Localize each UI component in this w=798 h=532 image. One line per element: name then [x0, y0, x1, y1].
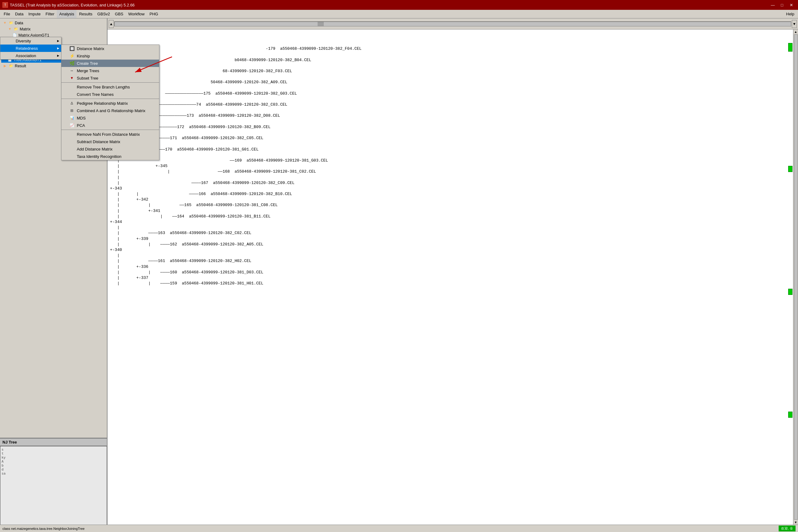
menu-phg[interactable]: PHG	[147, 10, 160, 18]
pca-icon: 📈	[69, 123, 75, 128]
app-icon: T	[2, 2, 8, 8]
pedigree-icon: ∆	[69, 101, 75, 106]
separator-1	[61, 82, 159, 83]
analysis-menu: Diversity Relatedness 🔲 Distance Matrix …	[0, 37, 61, 60]
submenu-create-tree[interactable]: 🌿 Create Tree	[61, 60, 159, 67]
separator-2	[61, 99, 159, 99]
kinship-icon: ⚡	[69, 54, 75, 58]
window-title: TASSEL (Trait Analysis by aSSociation, E…	[10, 3, 135, 7]
tree-label-matrix: Matrix	[20, 27, 31, 31]
no-icon-6	[69, 154, 75, 159]
tree-label-data: Data	[15, 21, 23, 25]
status-text: class net.maizegenetics.taxa.tree.Neighb…	[2, 527, 84, 530]
submenu-combined-ag[interactable]: ⊞ Combined A and G Relationship Matrix	[61, 107, 159, 114]
status-right-text: 欢迎, 全	[779, 526, 796, 531]
submenu-kinship[interactable]: ⚡ Kinship	[61, 52, 159, 60]
diversity-icon	[8, 38, 14, 43]
relatedness-submenu: 🔲 Distance Matrix ⚡ Kinship 🌿 Create Tre…	[61, 44, 159, 160]
status-bar: class net.maizegenetics.taxa.tree.Neighb…	[0, 525, 798, 532]
submenu-remove-branch-lengths[interactable]: Remove Tree Branch Lengths	[61, 83, 159, 91]
tree-label-result: Result	[15, 63, 26, 68]
tree-item-matrix[interactable]: ▼ 📁 Matrix	[1, 26, 106, 32]
create-tree-icon: 🌿	[69, 61, 75, 66]
submenu-convert-tree-names[interactable]: Convert Tree Names	[61, 91, 159, 98]
menu-analysis[interactable]: Analysis	[57, 10, 76, 18]
folder-icon-result: 📁	[8, 63, 14, 68]
menu-workflow[interactable]: Workflow	[126, 10, 147, 18]
subset-tree-icon: ▼	[69, 76, 75, 80]
maximize-button[interactable]: □	[778, 2, 786, 8]
toolbar-area: ▲ ▼	[108, 18, 798, 30]
title-bar: T TASSEL (Trait Analysis by aSSociation,…	[0, 0, 798, 10]
menu-gbsv2[interactable]: GBSv2	[95, 10, 112, 18]
no-icon-2	[69, 92, 75, 97]
menu-gbs[interactable]: GBS	[112, 10, 126, 18]
close-button[interactable]: ✕	[787, 2, 796, 8]
menu-file[interactable]: File	[1, 10, 13, 18]
relatedness-icon	[8, 46, 14, 51]
menu-item-diversity[interactable]: Diversity	[0, 37, 61, 44]
menu-results[interactable]: Results	[76, 10, 95, 18]
green-indicator-1	[788, 43, 793, 52]
no-icon-5	[69, 147, 75, 151]
green-indicator-4	[788, 412, 793, 418]
menu-data[interactable]: Data	[13, 10, 26, 18]
no-icon-3	[69, 132, 75, 137]
menu-item-relatedness[interactable]: Relatedness 🔲 Distance Matrix ⚡ Kinship …	[0, 44, 61, 52]
submenu-subtract-distance[interactable]: Subtract Distance Matrix	[61, 138, 159, 145]
tree-content-area[interactable]: -179 a550468-4399099-120120-382_F04.CEL …	[108, 30, 798, 532]
tree-visualization: -179 a550468-4399099-120120-382_F04.CEL …	[110, 41, 796, 292]
submenu-subset-tree[interactable]: ▼ Subset Tree	[61, 74, 159, 82]
expand-icon-result: ▶	[2, 63, 7, 68]
vertical-scrollbar[interactable]: ▲ ▼	[793, 30, 798, 525]
nj-tree-label: NJ Tree	[0, 438, 107, 446]
menu-impute[interactable]: Impute	[26, 10, 43, 18]
submenu-distance-matrix[interactable]: 🔲 Distance Matrix	[61, 45, 159, 52]
submenu-pca[interactable]: 📈 PCA	[61, 122, 159, 129]
no-icon-1	[69, 84, 75, 89]
submenu-mds[interactable]: 📊 MDS	[61, 114, 159, 122]
green-indicator-2	[788, 166, 793, 172]
analysis-dropdown: Diversity Relatedness 🔲 Distance Matrix …	[0, 37, 61, 60]
expand-icon-matrix: ▼	[7, 26, 12, 31]
menu-filter[interactable]: Filter	[43, 10, 57, 18]
menu-item-association[interactable]: Association	[0, 52, 61, 59]
submenu-add-distance[interactable]: Add Distance Matrix	[61, 145, 159, 153]
submenu-remove-nan[interactable]: Remove NaN From Distance Matrix	[61, 131, 159, 138]
distance-matrix-icon: 🔲	[69, 46, 75, 51]
expand-icon: ▼	[2, 20, 7, 25]
menu-help[interactable]: Help	[783, 10, 797, 18]
minimize-button[interactable]: —	[768, 2, 777, 8]
tree-item-data[interactable]: ▼ 📁 Data	[1, 20, 106, 26]
association-icon	[8, 53, 14, 58]
green-indicator-3	[788, 289, 793, 295]
submenu-pedigree[interactable]: ∆ Pedigree Relationship Matrix	[61, 99, 159, 107]
folder-icon-matrix: 📁	[14, 26, 18, 31]
submenu-taxa-identity[interactable]: Taxa Identity Recognition	[61, 153, 159, 160]
mds-icon: 📊	[69, 115, 75, 120]
combined-ag-icon: ⊞	[69, 108, 75, 113]
separator-3	[61, 130, 159, 130]
right-panel: ▲ ▼ -179 a550468-4399099-120120-382_F04.…	[108, 18, 798, 532]
no-icon-4	[69, 139, 75, 144]
folder-icon: 📁	[8, 20, 14, 25]
merge-trees-icon: ↔	[69, 68, 75, 73]
menu-bar: File Data Impute Filter Analysis Results…	[0, 10, 798, 18]
bottom-panel: s t ky A b d sa	[0, 446, 107, 532]
submenu-merge-trees[interactable]: ↔ Merge Trees	[61, 67, 159, 74]
